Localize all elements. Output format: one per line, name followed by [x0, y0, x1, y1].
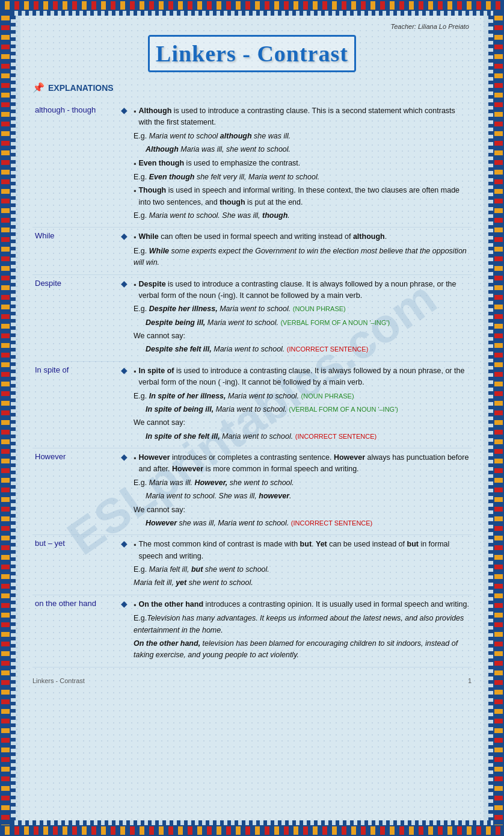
border-top-decoration — [0, 0, 504, 11]
table-row: although - though ◆ Although is used to … — [32, 102, 472, 228]
content-inner: Teacher: Liliana Lo Preiato Linkers - Co… — [32, 20, 472, 684]
list-item: Despite is used to introduce a contrasti… — [134, 279, 469, 302]
diamond-on-other-hand: ◆ — [117, 595, 131, 667]
inner-border-left — [11, 16, 16, 820]
example-text: Despite being ill, Maria went to school.… — [134, 317, 469, 329]
def-although: Although is used to introduce a contrast… — [131, 102, 472, 228]
diamond-in-spite-of: ◆ — [117, 361, 131, 448]
inner-border-bottom — [11, 820, 493, 825]
table-row: Despite ◆ Despite is used to introduce a… — [32, 274, 472, 361]
example-text: E.g. Maria was ill. However, she went to… — [134, 477, 469, 489]
def-despite: Despite is used to introduce a contrasti… — [131, 274, 472, 361]
term-although: although - though — [32, 102, 117, 228]
term-in-spite-of: In spite of — [32, 361, 117, 448]
diamond-however: ◆ — [117, 448, 131, 535]
label-noun-phrase: (NOUN PHRASE) — [301, 392, 354, 400]
example-text: E.g. Maria went to school although she w… — [134, 131, 469, 142]
example-text: E.g. Even though she felt very ill, Mari… — [134, 172, 469, 183]
label-incorrect: (INCORRECT SENTENCE) — [295, 433, 376, 440]
def-while: While can often be used in formal speech… — [131, 228, 472, 274]
list-item: Though is used in speech and informal wr… — [134, 185, 469, 208]
bullet-text: Despite is used to introduce a contrasti… — [138, 279, 469, 302]
bullet-text: Though is used in speech and informal wr… — [138, 185, 469, 208]
cannot-say-label: We cannot say: — [134, 330, 469, 342]
list-item: In spite of is used to introduce a contr… — [134, 365, 469, 389]
list-item: Although is used to introduce a contrast… — [134, 105, 469, 129]
diamond-despite: ◆ — [117, 274, 131, 361]
list-item: While can often be used in formal speech… — [134, 231, 469, 243]
term-however: However — [32, 448, 117, 535]
example-text: E.g. Maria went to school. She was ill, … — [134, 210, 469, 221]
def-on-other-hand: On the other hand introduces a contrasti… — [131, 595, 472, 667]
example-text: Maria went to school. She was ill, howev… — [134, 491, 469, 502]
footer: Linkers - Contrast 1 — [32, 677, 472, 684]
incorrect-example: Despite she felt ill, Maria went to scho… — [134, 344, 469, 355]
list-item: On the other hand introduces a contrasti… — [134, 599, 469, 611]
cannot-say-label: We cannot say: — [134, 417, 469, 429]
diamond-while: ◆ — [117, 228, 131, 274]
title-row: Linkers - Contrast — [32, 30, 472, 82]
table-row: However ◆ However introduces or complete… — [32, 448, 472, 535]
example-text: E.g. Despite her illness, Maria went to … — [134, 303, 469, 315]
bullet-text: On the other hand introduces a contrasti… — [138, 599, 469, 611]
footer-doc-title: Linkers - Contrast — [32, 677, 85, 684]
entries-table: although - though ◆ Although is used to … — [32, 102, 472, 667]
example-text: Maria felt ill, yet she went to school. — [134, 577, 469, 589]
incorrect-example: However she was ill, Maria went to schoo… — [134, 518, 469, 529]
border-right-decoration — [493, 11, 504, 825]
diamond-although: ◆ — [117, 102, 131, 228]
example-text: E.g. In spite of her illness, Maria went… — [134, 391, 469, 402]
bullet-text: Although is used to introduce a contrast… — [138, 105, 469, 129]
section-header-label: EXPLANATIONS — [48, 83, 114, 93]
example-text: Although Maria was ill, she went to scho… — [134, 144, 469, 155]
teacher-name: Liliana Lo Preiato — [418, 23, 469, 30]
diamond-but-yet: ◆ — [117, 535, 131, 595]
def-in-spite-of: In spite of is used to introduce a contr… — [131, 361, 472, 448]
bullet-text: The most common kind of contrast is made… — [138, 539, 469, 562]
example-text: E.g. Maria felt ill, but she went to sch… — [134, 564, 469, 575]
table-row: While ◆ While can often be used in forma… — [32, 228, 472, 274]
example-text: In spite of being ill, Maria went to sch… — [134, 404, 469, 415]
label-verbal-form: (VERBAL FORM OF A NOUN '–ING') — [289, 406, 398, 413]
table-row: In spite of ◆ In spite of is used to int… — [32, 361, 472, 448]
incorrect-example: In spite of she felt ill, Maria went to … — [134, 431, 469, 442]
table-row: but – yet ◆ The most common kind of cont… — [32, 535, 472, 595]
term-despite: Despite — [32, 274, 117, 361]
label-incorrect: (INCORRECT SENTENCE) — [291, 519, 372, 527]
def-but-yet: The most common kind of contrast is made… — [131, 535, 472, 595]
teacher-credit: Teacher: Liliana Lo Preiato — [32, 20, 472, 30]
inner-border-top — [11, 11, 493, 16]
border-left-decoration — [0, 11, 11, 825]
bullet-text: However introduces or completes a contra… — [138, 452, 469, 475]
footer-page-number: 1 — [468, 677, 472, 684]
example-text: On the other hand, television has been b… — [134, 638, 469, 661]
list-item: The most common kind of contrast is made… — [134, 539, 469, 562]
label-noun-phrase: (NOUN PHRASE) — [293, 305, 346, 312]
main-content: ESLprintables.com Teacher: Liliana Lo Pr… — [20, 16, 484, 820]
term-but-yet: but – yet — [32, 535, 117, 595]
cannot-say-label: We cannot say: — [134, 504, 469, 516]
example-text: E.g. While some experts expect the Gover… — [134, 246, 469, 269]
example-text: E.g.Television has many advantages. It k… — [134, 613, 469, 636]
label-incorrect: (INCORRECT SENTENCE) — [287, 345, 368, 353]
section-header: 📌 EXPLANATIONS — [32, 82, 472, 93]
term-on-other-hand: on the other hand — [32, 595, 117, 667]
list-item: However introduces or completes a contra… — [134, 452, 469, 475]
inner-border-right — [488, 16, 493, 820]
def-however: However introduces or completes a contra… — [131, 448, 472, 535]
bullet-text: While can often be used in formal speech… — [138, 231, 469, 243]
clip-icon: 📌 — [32, 82, 45, 93]
term-while: While — [32, 228, 117, 274]
label-verbal-form: (VERBAL FORM OF A NOUN '–ING') — [280, 319, 390, 326]
table-row: on the other hand ◆ On the other hand in… — [32, 595, 472, 667]
list-item: Even though is used to emphasize the con… — [134, 158, 469, 170]
border-bottom-decoration — [0, 825, 504, 836]
bullet-text: Even though is used to emphasize the con… — [138, 158, 469, 170]
bullet-text: In spite of is used to introduce a contr… — [138, 365, 469, 389]
page: ESLprintables.com Teacher: Liliana Lo Pr… — [0, 0, 504, 836]
teacher-label: Teacher: — [391, 23, 416, 30]
main-title: Linkers - Contrast — [148, 35, 356, 72]
